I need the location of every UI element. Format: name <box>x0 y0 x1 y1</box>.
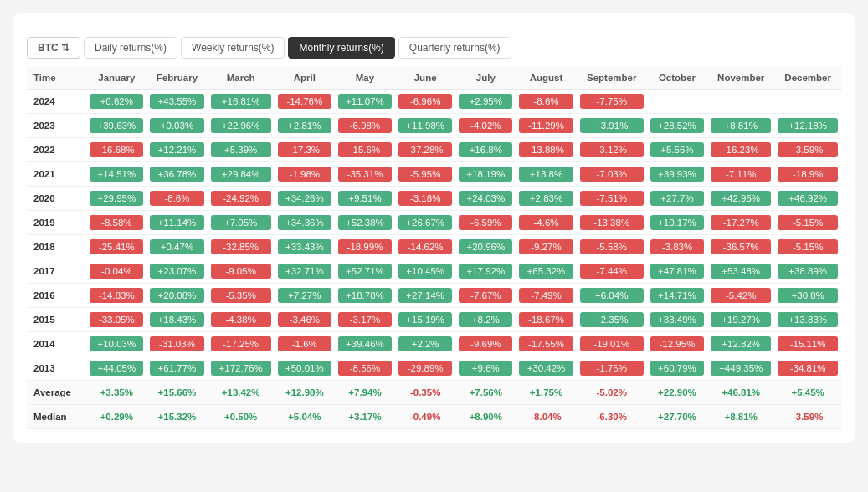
table-cell: +65.32% <box>516 259 576 284</box>
table-cell: -0.04% <box>86 259 146 284</box>
table-cell: -3.46% <box>275 308 335 332</box>
table-cell: -13.38% <box>577 211 647 235</box>
table-cell: -32.85% <box>208 235 275 259</box>
table-cell: +449.35% <box>707 356 774 381</box>
table-cell: +13.83% <box>774 308 841 332</box>
table-cell: +18.78% <box>335 284 395 308</box>
table-cell: -3.83% <box>647 235 707 259</box>
table-cell: -7.67% <box>455 284 516 308</box>
cell-year: 2022 <box>27 138 86 162</box>
table-cell: +7.56% <box>455 381 516 405</box>
table-cell: +34.36% <box>275 211 335 235</box>
table-cell: -1.6% <box>275 332 335 356</box>
table-cell: -11.29% <box>516 114 576 138</box>
table-cell: +3.35% <box>86 381 146 405</box>
table-row: 2020+29.95%-8.6%-24.92%+34.26%+9.51%-3.1… <box>27 187 841 211</box>
table-cell: +13.8% <box>516 162 576 187</box>
cell-year: 2019 <box>27 211 86 235</box>
table-cell: +5.04% <box>275 405 335 429</box>
table-cell: -14.76% <box>275 90 335 114</box>
tab-quarterly[interactable]: Quarterly returns(%) <box>398 37 511 59</box>
table-cell: +32.71% <box>275 259 335 284</box>
table-cell: +8.90% <box>455 405 516 429</box>
table-cell: +12.18% <box>774 114 841 138</box>
col-jul: July <box>455 67 516 90</box>
table-cell: +3.91% <box>577 114 647 138</box>
table-cell: -1.98% <box>275 162 335 187</box>
table-cell: +39.93% <box>647 162 707 187</box>
table-cell: -15.6% <box>335 138 395 162</box>
table-cell: +53.48% <box>707 259 774 284</box>
tab-daily[interactable]: Daily returns(%) <box>84 37 177 59</box>
table-cell: +44.05% <box>86 356 146 381</box>
table-cell: -19.01% <box>577 332 647 356</box>
table-cell: -5.02% <box>577 381 647 405</box>
table-cell: -5.58% <box>577 235 647 259</box>
table-cell: +2.35% <box>577 308 647 332</box>
table-cell: -18.9% <box>774 162 841 187</box>
table-cell: +3.17% <box>335 405 395 429</box>
table-cell: +15.32% <box>146 405 207 429</box>
table-cell: +24.03% <box>455 187 516 211</box>
table-row: 2023+39.63%+0.03%+22.96%+2.81%-6.98%+11.… <box>27 114 841 138</box>
cell-year: 2016 <box>27 284 86 308</box>
table-cell: -0.35% <box>395 381 455 405</box>
table-cell: -3.18% <box>395 187 455 211</box>
table-cell: -16.23% <box>707 138 774 162</box>
table-row: 2018-25.41%+0.47%-32.85%+33.43%-18.99%-1… <box>27 235 841 259</box>
main-container: BTC ⇅ Daily returns(%) Weekly returns(%)… <box>13 13 855 443</box>
table-cell: +15.19% <box>395 308 455 332</box>
tab-weekly[interactable]: Weekly returns(%) <box>181 37 285 59</box>
table-cell: -33.05% <box>86 308 146 332</box>
col-time: Time <box>27 67 86 90</box>
table-cell: -5.35% <box>208 284 275 308</box>
col-aug: August <box>516 67 576 90</box>
table-cell: +15.66% <box>146 381 207 405</box>
table-cell: +46.92% <box>774 187 841 211</box>
table-cell: -3.12% <box>577 138 647 162</box>
table-cell: -35.31% <box>335 162 395 187</box>
table-cell: +12.21% <box>146 138 207 162</box>
table-cell: -29.89% <box>395 356 455 381</box>
table-row: 2014+10.03%-31.03%-17.25%-1.6%+39.46%+2.… <box>27 332 841 356</box>
table-cell: +14.51% <box>86 162 146 187</box>
table-cell: +18.43% <box>146 308 207 332</box>
col-jun: June <box>395 67 455 90</box>
table-cell: +11.14% <box>146 211 207 235</box>
table-cell: +33.49% <box>647 308 707 332</box>
table-cell: +14.71% <box>647 284 707 308</box>
table-cell: +2.81% <box>275 114 335 138</box>
table-cell: -37.28% <box>395 138 455 162</box>
table-cell: +9.6% <box>455 356 516 381</box>
col-mar: March <box>208 67 275 90</box>
col-may: May <box>335 67 395 90</box>
table-cell: +6.04% <box>577 284 647 308</box>
median-row: Median+0.29%+15.32%+0.50%+5.04%+3.17%-0.… <box>27 405 841 429</box>
table-cell: +0.50% <box>208 405 275 429</box>
table-cell: -6.59% <box>455 211 516 235</box>
table-cell: +7.05% <box>208 211 275 235</box>
table-cell: -4.38% <box>208 308 275 332</box>
col-dec: December <box>774 67 841 90</box>
table-cell: +30.8% <box>774 284 841 308</box>
table-cell: +2.83% <box>516 187 576 211</box>
col-jan: January <box>86 67 146 90</box>
table-cell: +2.2% <box>395 332 455 356</box>
table-cell: +23.07% <box>146 259 207 284</box>
table-cell: -6.30% <box>577 405 647 429</box>
table-cell: +30.42% <box>516 356 576 381</box>
table-cell: +11.98% <box>395 114 455 138</box>
cell-year: 2021 <box>27 162 86 187</box>
table-cell: -14.62% <box>395 235 455 259</box>
table-row: 2017-0.04%+23.07%-9.05%+32.71%+52.71%+10… <box>27 259 841 284</box>
tab-monthly[interactable]: Monthly returns(%) <box>288 37 394 59</box>
table-cell: +22.90% <box>647 381 707 405</box>
table-cell: +28.52% <box>647 114 707 138</box>
table-cell: -31.03% <box>146 332 207 356</box>
table-cell: -1.76% <box>577 356 647 381</box>
tab-btc[interactable]: BTC ⇅ <box>27 37 80 59</box>
table-cell: -17.3% <box>275 138 335 162</box>
col-apr: April <box>275 67 335 90</box>
table-cell: -7.44% <box>577 259 647 284</box>
table-cell: +42.95% <box>707 187 774 211</box>
